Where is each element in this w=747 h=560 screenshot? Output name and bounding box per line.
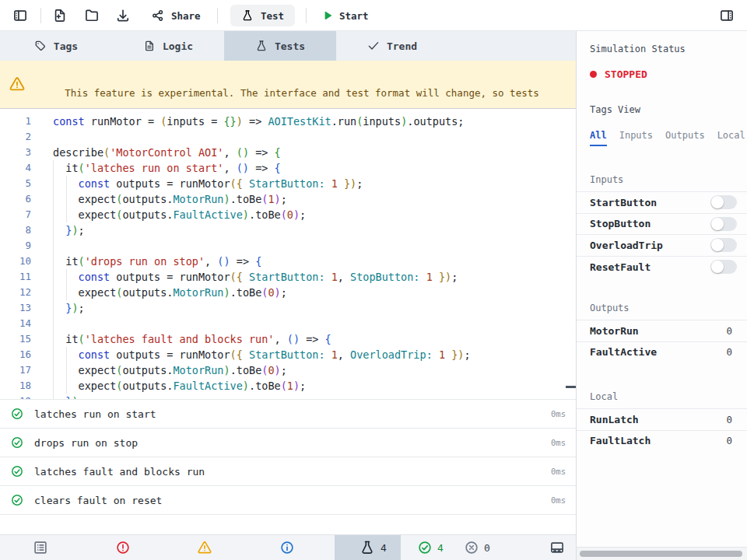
toggle-startbutton[interactable]	[710, 195, 737, 209]
log-list-icon[interactable]	[33, 540, 48, 555]
editor-scrollbar-thumb[interactable]	[566, 386, 576, 388]
code-line: 11 const outputs = runMotor({ StartButto…	[0, 269, 576, 285]
tab-tests[interactable]: Tests	[224, 31, 336, 61]
code-token: StartButton:	[249, 271, 325, 283]
share-button[interactable]: Share	[151, 0, 201, 31]
tag-row-motorrun: MotorRun0	[577, 320, 747, 341]
test-results-list: latches run on start0msdrops run on stop…	[0, 399, 576, 515]
line-number: 11	[0, 269, 31, 285]
code-token: outputs.	[122, 380, 173, 392]
code-text: describe('MotorControl AOI', () => {	[31, 146, 281, 159]
toggle-bottom-panel-icon[interactable]	[549, 540, 565, 555]
toggle-overloadtrip[interactable]	[710, 238, 737, 252]
section-header-inputs: Inputs	[590, 174, 623, 185]
toggle-left-panel-icon[interactable]	[12, 8, 28, 23]
code-token	[243, 348, 249, 361]
warnings-icon[interactable]	[197, 540, 212, 555]
code-token: ,	[338, 271, 350, 283]
view-tab-outputs[interactable]: Outputs	[665, 130, 705, 146]
code-token: FaultActive	[173, 380, 242, 392]
line-number: 10	[0, 254, 31, 269]
code-token: ;	[79, 302, 85, 314]
code-text	[31, 317, 53, 330]
line-number: 12	[0, 285, 31, 300]
code-token: ,	[275, 333, 287, 345]
code-line: 16 const outputs = runMotor({ StartButto…	[0, 347, 576, 362]
code-token: .toBe	[230, 364, 262, 376]
code-text: expect(outputs.FaultActive).toBe(1);	[31, 380, 306, 392]
view-tab-inputs[interactable]: Inputs	[619, 130, 653, 146]
errors-icon[interactable]	[115, 540, 131, 555]
line-number: 2	[0, 129, 31, 145]
code-line: 15 it('latches fault and blocks run', ()…	[0, 331, 576, 347]
code-token: 0	[268, 364, 274, 376]
indent-guide	[53, 160, 54, 399]
open-folder-icon[interactable]	[84, 8, 100, 23]
code-line: 17 expect(outputs.MotorRun).toBe(0);	[0, 362, 576, 378]
test-code-editor[interactable]: 1const runMotor = (inputs = {}) => AOITe…	[0, 108, 576, 399]
check-circle-icon	[10, 436, 24, 450]
code-token	[433, 271, 439, 283]
status-bar: 4 4 0	[0, 534, 576, 560]
tag-row-overloadtrip: OverloadTrip	[577, 234, 747, 256]
code-token: .run	[331, 115, 357, 128]
code-line: 1const runMotor = (inputs = {}) => AOITe…	[0, 114, 576, 129]
new-file-icon[interactable]	[52, 8, 68, 23]
flask-icon	[255, 40, 268, 52]
code-token: 1	[331, 177, 338, 190]
tag-label: MotorRun	[590, 325, 639, 337]
tests-count-icon[interactable]	[359, 540, 375, 555]
code-text: });	[31, 224, 85, 236]
simulation-sidebar: Simulation Status STOPPED Tags View AllI…	[576, 31, 747, 560]
toggle-stopbutton[interactable]	[710, 217, 737, 231]
toggle-resetfault[interactable]	[710, 260, 737, 274]
sidebar-hscrollbar-thumb[interactable]	[580, 551, 742, 557]
code-line: 7 expect(outputs.FaultActive).toBe(0);	[0, 207, 576, 222]
code-token: .outputs;	[407, 115, 464, 128]
code-token: ;	[356, 177, 363, 190]
test-result-row[interactable]: drops run on stop0ms	[0, 428, 576, 457]
code-token: const	[79, 271, 110, 283]
code-token: )	[293, 208, 300, 221]
code-token: (	[79, 255, 85, 268]
test-result-row[interactable]: clears fault on reset0ms	[0, 485, 576, 514]
view-tab-all[interactable]: All	[590, 130, 607, 146]
code-token: StartButton:	[249, 177, 325, 190]
code-line: 10 it('drops run on stop', () => {	[0, 254, 576, 269]
code-token: 0	[268, 286, 274, 299]
tag-value: 0	[726, 346, 747, 358]
toggle-right-panel-icon[interactable]	[719, 8, 735, 23]
code-token: StartButton:	[249, 348, 325, 361]
test-result-row[interactable]: latches run on start0ms	[0, 399, 576, 428]
tab-trend[interactable]: Trend	[336, 31, 448, 61]
passed-icon[interactable]	[417, 540, 433, 555]
section-header-outputs: Outputs	[590, 303, 630, 313]
tags-view-tabs: AllInputsOutputsLocal	[590, 130, 745, 146]
code-token: ()	[237, 146, 249, 159]
code-token	[325, 177, 331, 190]
code-token: outputs.	[122, 286, 173, 299]
line-number: 13	[0, 300, 31, 316]
tab-tags[interactable]: Tags	[0, 31, 112, 61]
info-icon[interactable]	[279, 540, 295, 555]
tab-logic[interactable]: Logic	[112, 31, 224, 61]
view-tab-local[interactable]: Local	[717, 130, 745, 146]
code-token: 1	[439, 348, 445, 361]
code-token: )	[237, 115, 243, 128]
code-token: ;	[281, 286, 287, 299]
download-icon[interactable]	[115, 8, 131, 23]
failed-icon[interactable]	[464, 540, 479, 555]
start-button[interactable]: Start	[321, 0, 369, 31]
code-token: )	[275, 286, 281, 299]
code-token: outputs = runMotor	[110, 271, 230, 283]
code-token: {}	[223, 115, 236, 128]
code-token: {	[275, 146, 281, 159]
test-result-label: latches fault and blocks run	[34, 466, 205, 478]
code-token: ({	[230, 177, 243, 190]
code-line: 2	[0, 129, 576, 145]
test-mode-button[interactable]: Test	[230, 5, 295, 26]
code-token	[53, 302, 65, 314]
code-token: inputs	[363, 115, 401, 128]
test-result-row[interactable]: latches fault and blocks run0ms	[0, 457, 576, 485]
test-result-time: 0ms	[551, 495, 576, 505]
